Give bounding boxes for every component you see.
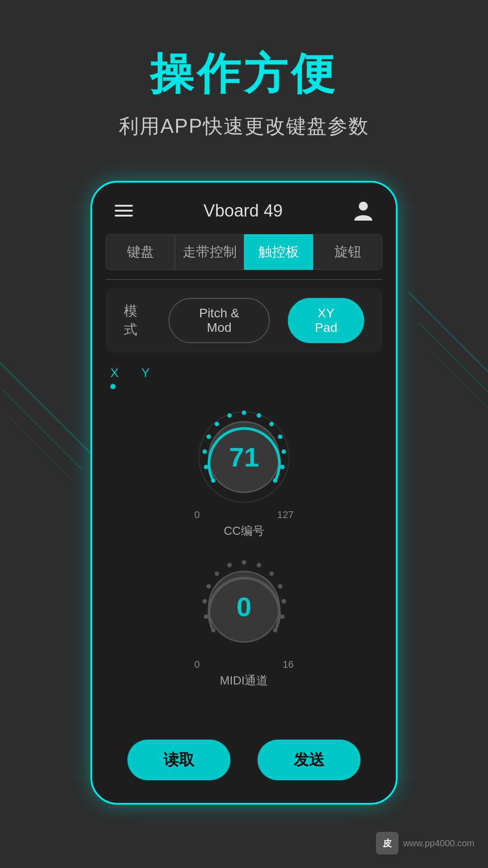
tabs-bar: 键盘 走带控制 触控板 旋钮 [106, 234, 382, 270]
phone-header: Vboard 49 [92, 183, 396, 230]
watermark-text: www.pp4000.com [403, 837, 474, 849]
svg-point-7 [280, 465, 285, 469]
svg-point-6 [282, 449, 286, 454]
svg-point-17 [257, 563, 261, 567]
xy-pad-button[interactable]: XY Pad [288, 298, 364, 343]
hamburger-line-1 [115, 205, 133, 207]
cc-knob-section: 71 0 127 CC编号 [92, 407, 396, 539]
svg-point-13 [204, 465, 208, 469]
svg-point-9 [227, 413, 232, 418]
xy-labels: X Y [92, 352, 396, 385]
svg-point-10 [215, 422, 219, 426]
midi-knob-max: 16 [283, 659, 294, 670]
cc-knob-value: 71 [229, 442, 259, 473]
pitch-mod-button[interactable]: Pitch & Mod [169, 298, 270, 343]
svg-point-27 [204, 614, 208, 619]
svg-point-23 [227, 563, 232, 567]
x-dot [110, 384, 116, 389]
midi-knob-label: MIDI通道 [220, 673, 268, 689]
svg-point-20 [282, 599, 286, 604]
tab-touchpad[interactable]: 触控板 [244, 234, 313, 270]
x-label: X [110, 366, 119, 380]
watermark: 皮 www.pp4000.com [376, 832, 474, 854]
svg-point-0 [359, 202, 368, 211]
tab-keyboard[interactable]: 键盘 [106, 234, 175, 270]
mode-label: 模式 [124, 302, 150, 339]
cc-knob-min: 0 [194, 509, 200, 521]
svg-point-12 [202, 449, 207, 454]
send-button[interactable]: 发送 [258, 740, 361, 780]
svg-point-25 [206, 584, 211, 589]
cc-knob[interactable]: 71 [194, 407, 294, 507]
phone-frame: Vboard 49 键盘 走带控制 触控板 旋钮 模式 Pitch [90, 181, 398, 805]
watermark-site: www.pp4000.com [403, 837, 474, 849]
svg-point-4 [269, 422, 274, 426]
user-icon[interactable] [353, 201, 373, 221]
svg-point-2 [242, 410, 246, 415]
read-button[interactable]: 读取 [127, 740, 230, 780]
midi-knob-range: 0 16 [194, 659, 294, 670]
phone-content: Vboard 49 键盘 走带控制 触控板 旋钮 模式 Pitch [92, 183, 396, 803]
cc-knob-label: CC编号 [224, 523, 264, 539]
tab-separator [106, 279, 382, 280]
cc-knob-max: 127 [277, 509, 294, 521]
midi-knob[interactable]: 0 [194, 557, 294, 656]
phone-mockup: Vboard 49 键盘 走带控制 触控板 旋钮 模式 Pitch [90, 181, 398, 805]
bottom-buttons: 读取 发送 [92, 726, 396, 803]
top-section: 操作方便 利用APP快速更改键盘参数 [0, 45, 488, 140]
midi-knob-section: 0 0 16 MIDI通道 [92, 557, 396, 689]
hamburger-line-2 [115, 210, 133, 212]
hamburger-button[interactable] [115, 205, 133, 217]
hamburger-line-3 [115, 215, 133, 217]
y-label: Y [141, 366, 150, 380]
svg-point-18 [269, 571, 274, 576]
cc-knob-range: 0 127 [194, 509, 294, 521]
svg-point-16 [242, 560, 246, 565]
svg-point-11 [206, 434, 211, 439]
midi-knob-value: 0 [236, 591, 251, 623]
main-title: 操作方便 [0, 45, 488, 104]
svg-point-3 [257, 413, 261, 418]
device-name: Vboard 49 [203, 201, 282, 221]
svg-point-26 [202, 599, 207, 604]
svg-point-21 [280, 614, 285, 619]
tab-knob[interactable]: 旋钮 [313, 234, 382, 270]
svg-point-24 [215, 571, 219, 576]
tab-transport[interactable]: 走带控制 [175, 234, 244, 270]
watermark-logo: 皮 [376, 832, 399, 854]
mode-section: 模式 Pitch & Mod XY Pad [106, 289, 382, 352]
sub-title: 利用APP快速更改键盘参数 [0, 113, 488, 140]
svg-point-19 [278, 584, 282, 589]
svg-point-5 [278, 434, 282, 439]
midi-knob-min: 0 [194, 659, 200, 670]
